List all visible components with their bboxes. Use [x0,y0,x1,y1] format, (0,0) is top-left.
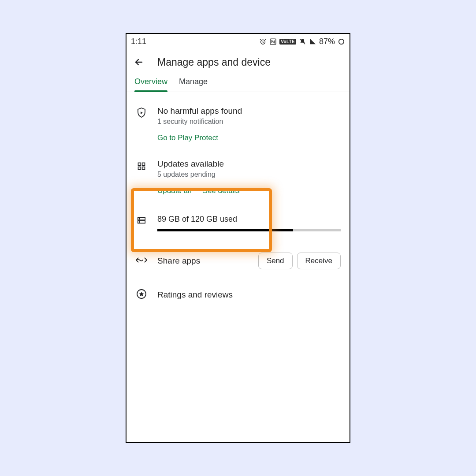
share-apps-section: Share apps Send Receive [126,240,350,278]
storage-text: 89 GB of 120 GB used [157,215,341,224]
phone-frame: 1:11 VoLTE 87% Manage apps and d [126,33,350,443]
volte-icon: VoLTE [279,39,296,45]
alarm-icon [259,38,267,45]
protect-title: No harmful apps found [157,106,341,116]
storage-fill [157,229,293,231]
svg-rect-4 [142,163,145,166]
tab-overview[interactable]: Overview [134,77,167,92]
content: No harmful apps found 1 security notific… [126,92,350,314]
updates-title: Updates available [157,159,341,169]
signal-icon [309,38,316,45]
back-button[interactable] [133,56,145,68]
svg-rect-5 [138,167,141,170]
svg-rect-6 [142,167,145,170]
storage-bar [157,229,341,231]
share-icon [136,256,147,266]
shield-icon [136,107,147,120]
protect-subtitle: 1 security notification [157,118,341,126]
tabs: Overview Manage [126,73,350,92]
ratings-title: Ratings and reviews [157,290,341,300]
svg-point-2 [339,39,344,44]
battery-circle-icon [338,38,345,45]
svg-point-9 [139,218,140,219]
apps-grid-icon [137,162,146,172]
storage-icon [137,216,146,227]
nfc-icon [269,38,277,45]
send-button[interactable]: Send [258,253,293,269]
page-title: Manage apps and device [157,56,271,68]
svg-rect-3 [138,163,141,166]
status-bar: 1:11 VoLTE 87% [126,34,350,49]
go-to-play-protect-link[interactable]: Go to Play Protect [157,134,218,142]
status-time: 1:11 [131,37,146,46]
receive-button[interactable]: Receive [297,253,341,269]
ratings-section[interactable]: Ratings and reviews [126,278,350,310]
storage-section[interactable]: 89 GB of 120 GB used [126,203,350,240]
see-details-link[interactable]: See details [203,186,240,195]
updates-subtitle: 5 updates pending [157,171,341,178]
star-circle-icon [136,289,147,301]
battery-percent: 87% [319,37,335,46]
notifications-off-icon [299,38,306,45]
tab-manage[interactable]: Manage [179,77,208,92]
updates-section[interactable]: Updates available 5 updates pending Upda… [126,151,350,203]
share-title: Share apps [157,256,254,266]
app-header: Manage apps and device [126,49,350,73]
play-protect-section[interactable]: No harmful apps found 1 security notific… [126,97,350,151]
svg-point-10 [139,222,140,223]
update-all-link[interactable]: Update all [157,186,191,195]
